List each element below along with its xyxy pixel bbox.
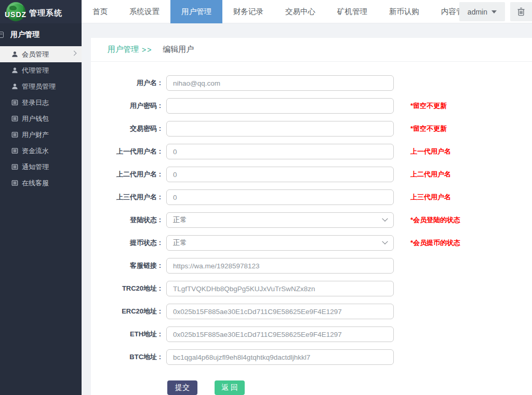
nav-item-user-management[interactable]: 用户管理	[170, 0, 222, 23]
form-actions: 提交 返 回	[91, 380, 532, 395]
username-input[interactable]	[166, 75, 394, 91]
password-label: 用户密码 :	[91, 101, 161, 111]
field-hint: *留空不更新	[410, 101, 447, 111]
doc-icon	[11, 99, 18, 106]
select-value: 正常	[173, 238, 187, 248]
app-title: 管理系统	[29, 8, 62, 18]
admin-dropdown-button[interactable]: admin	[459, 2, 505, 21]
nav-item-home[interactable]: 首页	[82, 0, 118, 23]
sidebar-item-user-wallet[interactable]: 用户钱包	[0, 111, 82, 127]
nav-item-finance-records[interactable]: 财务记录	[222, 0, 274, 23]
nav-item-trade-center[interactable]: 交易中心	[274, 0, 326, 23]
erc20-address-label: ERC20地址 :	[91, 307, 161, 316]
edit-user-form: 用户名 : 用户密码 : *留空不更新 交易密码 : *留空不更新 上一代用户名…	[91, 62, 532, 395]
submit-button[interactable]: 提交	[167, 380, 197, 395]
login-status-select[interactable]: 正常	[166, 212, 394, 228]
nav-item-system-settings[interactable]: 系统设置	[118, 0, 170, 23]
parent3-input[interactable]	[166, 189, 394, 205]
admin-label: admin	[468, 8, 487, 16]
parent3-label: 上三代用户名 :	[91, 193, 161, 202]
logout-trash-button[interactable]	[510, 2, 532, 21]
nav-item-miner-management[interactable]: 矿机管理	[326, 0, 378, 23]
form-row: 用户名 :	[91, 75, 532, 91]
sidebar-item-online-service[interactable]: 在线客服	[0, 175, 82, 191]
form-row: 用户密码 : *留空不更新	[91, 98, 532, 114]
sidebar-item-fund-flow[interactable]: 资金流水	[0, 143, 82, 159]
form-row: 客服链接 :	[91, 258, 532, 274]
sidebar-item-label: 用户钱包	[22, 114, 49, 124]
form-row: 交易密码 : *留空不更新	[91, 121, 532, 137]
sidebar-item-admin-management[interactable]: 管理员管理	[0, 78, 82, 94]
sidebar: 用户管理 会员管理 代理管理 管理员管理 登录日志 用户钱包 用户财产 资金流水…	[0, 23, 82, 395]
header-right: admin	[459, 0, 532, 23]
chevron-down-icon	[382, 239, 388, 244]
sidebar-item-member-management[interactable]: 会员管理	[0, 46, 82, 62]
doc-icon	[11, 131, 18, 138]
parent2-input[interactable]	[166, 167, 394, 182]
form-row: 提币状态 : 正常 *会员提币的状态	[91, 235, 532, 251]
withdraw-status-label: 提币状态 :	[91, 238, 161, 248]
sidebar-item-label: 会员管理	[22, 50, 49, 59]
form-row: 上三代用户名 : 上三代用户名	[91, 189, 532, 205]
form-row: TRC20地址 :	[91, 281, 532, 296]
top-header: USDZ 管理系统 首页 系统设置 用户管理 财务记录 交易中心 矿机管理 新币…	[0, 0, 532, 23]
form-row: 上一代用户名 : 上一代用户名	[91, 144, 532, 159]
content-card: 用户管理 >> 编辑用户 用户名 : 用户密码 : *留空不更新 交易密码 : …	[91, 38, 532, 395]
sidebar-item-user-assets[interactable]: 用户财产	[0, 127, 82, 143]
erc20-address-input[interactable]	[166, 304, 394, 319]
login-status-label: 登陆状态 :	[91, 215, 161, 225]
withdraw-status-select[interactable]: 正常	[166, 235, 394, 251]
sidebar-item-label: 资金流水	[22, 146, 49, 156]
breadcrumb-separator: >>	[142, 46, 152, 54]
sidebar-item-label: 管理员管理	[22, 82, 56, 91]
sidebar-item-label: 登录日志	[22, 98, 49, 107]
trc20-address-label: TRC20地址 :	[91, 284, 161, 293]
app-logo: USDZ 管理系统	[0, 0, 82, 23]
breadcrumb: 用户管理 >> 编辑用户	[91, 38, 532, 62]
password-input[interactable]	[166, 98, 394, 114]
sidebar-item-label: 代理管理	[22, 66, 49, 75]
user-icon	[11, 51, 18, 58]
doc-icon	[11, 115, 18, 122]
sidebar-item-notice-management[interactable]: 通知管理	[0, 159, 82, 175]
nav-item-new-coin[interactable]: 新币认购	[378, 0, 430, 23]
breadcrumb-parent-link[interactable]: 用户管理	[108, 45, 139, 55]
brand-name: USDZ	[5, 10, 26, 19]
sidebar-item-label: 用户财产	[22, 130, 49, 140]
btc-address-input[interactable]	[166, 349, 394, 365]
select-value: 正常	[173, 215, 187, 225]
doc-icon	[11, 164, 18, 170]
trash-icon	[517, 7, 525, 16]
sidebar-item-agent-management[interactable]: 代理管理	[0, 62, 82, 78]
eth-address-label: ETH地址 :	[91, 330, 161, 339]
form-row: ETH地址 :	[91, 326, 532, 342]
form-row: BTC地址 :	[91, 349, 532, 365]
back-button[interactable]: 返 回	[215, 380, 245, 395]
field-hint: *会员提币的状态	[410, 238, 460, 248]
trade-password-label: 交易密码 :	[91, 124, 161, 133]
sidebar-item-login-logs[interactable]: 登录日志	[0, 94, 82, 111]
chevron-down-icon	[382, 216, 388, 222]
form-row: 登陆状态 : 正常 *会员登陆的状态	[91, 212, 532, 228]
service-link-label: 客服链接 :	[91, 261, 161, 270]
doc-icon	[11, 180, 18, 186]
doc-icon	[11, 147, 18, 154]
field-hint: 上一代用户名	[410, 147, 451, 156]
username-label: 用户名 :	[91, 78, 161, 88]
collapse-icon	[0, 32, 4, 38]
field-hint: *留空不更新	[410, 124, 447, 133]
sidebar-item-label: 在线客服	[22, 179, 49, 188]
trade-password-input[interactable]	[166, 121, 394, 137]
field-hint: *会员登陆的状态	[410, 215, 460, 225]
sidebar-item-label: 通知管理	[22, 162, 49, 172]
eth-address-input[interactable]	[166, 326, 394, 342]
page-title: 编辑用户	[163, 45, 194, 55]
field-hint: 上三代用户名	[410, 193, 451, 202]
main-nav: 首页 系统设置 用户管理 财务记录 交易中心 矿机管理 新币认购 内容管理	[82, 0, 482, 23]
chevron-right-icon	[72, 51, 77, 56]
service-link-input[interactable]	[166, 258, 394, 274]
parent1-input[interactable]	[166, 144, 394, 159]
user-icon	[11, 83, 18, 90]
parent2-label: 上二代用户名 :	[91, 170, 161, 179]
trc20-address-input[interactable]	[166, 281, 394, 296]
